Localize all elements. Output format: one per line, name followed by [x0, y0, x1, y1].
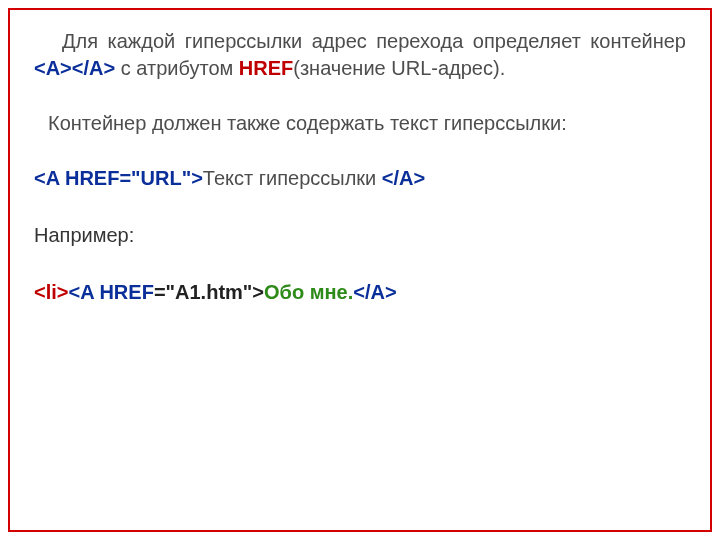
ex-a: <A HREF: [68, 281, 153, 303]
href-attr: HREF: [239, 57, 293, 79]
slide-container: Для каждой гиперссылки адрес перехода оп…: [8, 8, 712, 532]
ex-val: ="A1.htm">: [154, 281, 264, 303]
tag-a-close: </A>: [72, 57, 115, 79]
tag-a-open: <A>: [34, 57, 72, 79]
syntax-close: </A>: [382, 167, 425, 189]
syntax-line: <A HREF="URL">Текст гиперссылки </A>: [34, 165, 686, 192]
example-text: Например:: [34, 224, 134, 246]
intro-text-3: (значение URL-адрес).: [293, 57, 505, 79]
example-label: Например:: [34, 222, 686, 249]
syntax-open: <A HREF="URL">: [34, 167, 203, 189]
paragraph-intro: Для каждой гиперссылки адрес перехода оп…: [34, 28, 686, 82]
syntax-linktext: Текст гиперссылки: [203, 167, 382, 189]
intro-text-2: с атрибутом: [115, 57, 239, 79]
intro-text-1: Для каждой гиперссылки адрес перехода оп…: [62, 30, 686, 52]
ex-li: <li>: [34, 281, 68, 303]
paragraph-description: Контейнер должен также содержать текст г…: [34, 110, 686, 137]
description-text: Контейнер должен также содержать текст г…: [48, 112, 567, 134]
ex-txt: Обо мне.: [264, 281, 353, 303]
ex-close: </A>: [353, 281, 396, 303]
example-code: <li><A HREF="A1.htm">Обо мне.</A>: [34, 279, 686, 306]
